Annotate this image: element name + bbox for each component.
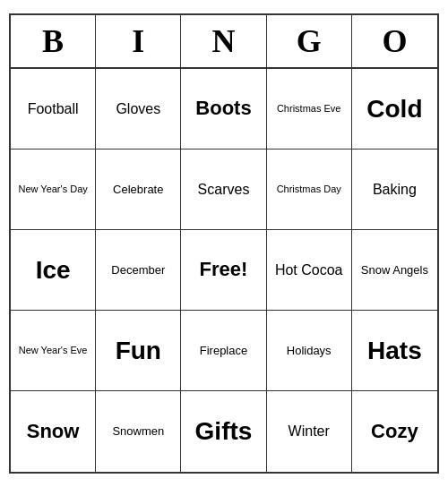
cell-4-4: Cozy xyxy=(352,391,437,472)
cell-text: Christmas Eve xyxy=(277,103,341,115)
header-letter: B xyxy=(11,15,96,67)
cell-text: Football xyxy=(28,100,79,117)
cell-text: Christmas Day xyxy=(277,184,341,195)
cell-3-0: New Year's Eve xyxy=(11,311,96,391)
cell-text: Fun xyxy=(116,336,161,366)
header-letter: O xyxy=(352,15,437,67)
cell-0-2: Boots xyxy=(181,69,266,150)
cell-text: Celebrate xyxy=(113,183,163,197)
cell-text: Gifts xyxy=(195,416,253,447)
bingo-card: BINGO FootballGlovesBootsChristmas EveCo… xyxy=(9,13,439,474)
header-letter: N xyxy=(181,15,266,67)
cell-1-3: Christmas Day xyxy=(267,150,352,230)
bingo-grid: FootballGlovesBootsChristmas EveColdNew … xyxy=(11,69,437,472)
cell-1-2: Scarves xyxy=(181,150,266,230)
header-letter: G xyxy=(267,15,352,67)
cell-text: Boots xyxy=(195,97,251,120)
cell-0-3: Christmas Eve xyxy=(267,69,352,150)
cell-4-3: Winter xyxy=(267,391,352,472)
cell-0-1: Gloves xyxy=(96,69,181,150)
cell-2-0: Ice xyxy=(11,230,96,311)
bingo-header: BINGO xyxy=(11,15,437,69)
cell-0-4: Cold xyxy=(352,69,437,150)
cell-text: Hot Cocoa xyxy=(275,261,343,278)
cell-1-0: New Year's Day xyxy=(11,150,96,230)
cell-text: Scarves xyxy=(198,181,250,198)
cell-text: December xyxy=(111,263,165,278)
cell-text: Cold xyxy=(366,94,422,124)
cell-2-2: Free! xyxy=(181,230,266,311)
cell-text: Fireplace xyxy=(200,344,247,358)
cell-text: Ice xyxy=(36,255,71,286)
cell-4-2: Gifts xyxy=(181,391,266,472)
cell-text: Free! xyxy=(200,258,248,281)
cell-3-2: Fireplace xyxy=(181,311,266,391)
cell-text: Holidays xyxy=(287,344,332,358)
cell-text: Snow Angels xyxy=(361,263,428,278)
cell-4-1: Snowmen xyxy=(96,391,181,472)
cell-4-0: Snow xyxy=(11,391,96,472)
cell-1-1: Celebrate xyxy=(96,150,181,230)
cell-text: Cozy xyxy=(371,420,418,443)
cell-2-4: Snow Angels xyxy=(352,230,437,311)
cell-text: Hats xyxy=(367,336,422,366)
cell-3-4: Hats xyxy=(352,311,437,391)
header-letter: I xyxy=(96,15,181,67)
cell-text: New Year's Day xyxy=(18,184,87,195)
cell-2-3: Hot Cocoa xyxy=(267,230,352,311)
cell-3-1: Fun xyxy=(96,311,181,391)
cell-text: Baking xyxy=(373,181,417,198)
cell-1-4: Baking xyxy=(352,150,437,230)
cell-0-0: Football xyxy=(11,69,96,150)
cell-text: Snow xyxy=(27,420,80,443)
cell-text: Winter xyxy=(289,423,330,440)
cell-3-3: Holidays xyxy=(267,311,352,391)
cell-text: Snowmen xyxy=(112,424,164,439)
cell-text: Gloves xyxy=(116,100,160,117)
cell-text: New Year's Eve xyxy=(19,345,88,356)
cell-2-1: December xyxy=(96,230,181,311)
